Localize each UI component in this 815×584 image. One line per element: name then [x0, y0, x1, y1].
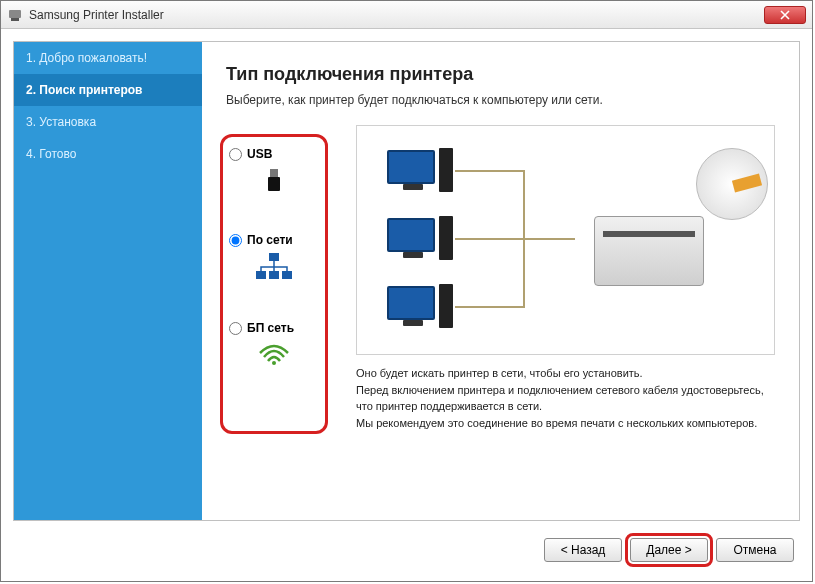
- tower-icon: [439, 216, 453, 260]
- sidebar: 1. Добро пожаловать! 2. Поиск принтеров …: [14, 42, 202, 520]
- cable-icon: [455, 170, 525, 172]
- cancel-button[interactable]: Отмена: [716, 538, 794, 562]
- computer-icon: [387, 150, 435, 184]
- option-wireless[interactable]: БП сеть: [229, 321, 319, 367]
- option-network-label: По сети: [247, 233, 293, 247]
- svg-rect-0: [9, 10, 21, 18]
- cable-icon: [455, 238, 575, 240]
- svg-point-8: [272, 361, 276, 365]
- usb-icon: [229, 167, 319, 195]
- main-panel: Тип подключения принтера Выберите, как п…: [202, 42, 799, 520]
- radio-network[interactable]: [229, 234, 242, 247]
- radio-usb[interactable]: [229, 148, 242, 161]
- radio-wireless[interactable]: [229, 322, 242, 335]
- step-search-printers: 2. Поиск принтеров: [14, 74, 202, 106]
- svg-rect-3: [268, 177, 280, 191]
- network-icon: [229, 253, 319, 283]
- app-icon: [7, 7, 23, 23]
- computer-icon: [387, 218, 435, 252]
- option-usb[interactable]: USB: [229, 147, 319, 195]
- cable-icon: [523, 170, 525, 308]
- svg-rect-1: [11, 18, 19, 21]
- step-install: 3. Установка: [14, 106, 202, 138]
- step-done: 4. Готово: [14, 138, 202, 170]
- option-usb-label: USB: [247, 147, 272, 161]
- svg-rect-5: [256, 271, 266, 279]
- wifi-icon: [229, 341, 319, 367]
- page-subtitle: Выберите, как принтер будет подключаться…: [226, 93, 775, 107]
- option-network[interactable]: По сети: [229, 233, 319, 283]
- cable-icon: [455, 306, 525, 308]
- svg-rect-6: [269, 271, 279, 279]
- connection-diagram: [356, 125, 775, 355]
- installer-window: Samsung Printer Installer 1. Добро пожал…: [0, 0, 813, 582]
- next-button[interactable]: Далее >: [630, 538, 708, 562]
- tower-icon: [439, 148, 453, 192]
- port-closeup-icon: [696, 148, 768, 220]
- tower-icon: [439, 284, 453, 328]
- connection-type-panel: USB По сети: [220, 134, 328, 434]
- computer-icon: [387, 286, 435, 320]
- svg-rect-2: [270, 169, 278, 177]
- printer-icon: [594, 216, 704, 286]
- back-button[interactable]: < Назад: [544, 538, 622, 562]
- page-heading: Тип подключения принтера: [226, 64, 775, 85]
- button-row: < Назад Далее > Отмена: [13, 531, 800, 569]
- close-button[interactable]: [764, 6, 806, 24]
- svg-rect-7: [282, 271, 292, 279]
- titlebar: Samsung Printer Installer: [1, 1, 812, 29]
- step-welcome: 1. Добро пожаловать!: [14, 42, 202, 74]
- window-title: Samsung Printer Installer: [29, 8, 764, 22]
- connection-description: Оно будет искать принтер в сети, чтобы е…: [356, 365, 775, 431]
- option-wireless-label: БП сеть: [247, 321, 294, 335]
- svg-rect-4: [269, 253, 279, 261]
